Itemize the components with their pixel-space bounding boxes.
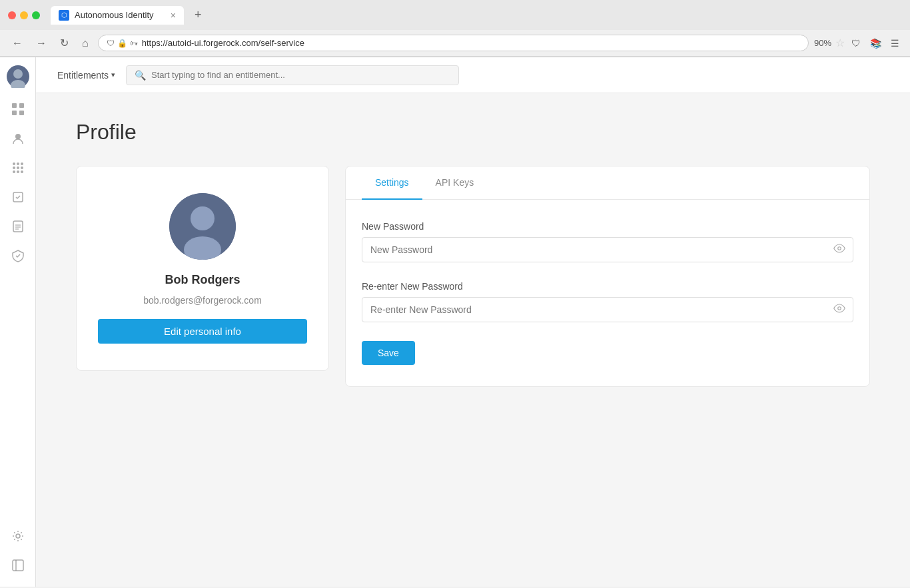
minimize-button[interactable] <box>20 11 28 19</box>
profile-layout: Bob Rodgers bob.rodgers@forgerock.com Ed… <box>76 166 870 387</box>
svg-point-14 <box>17 170 19 173</box>
svg-point-8 <box>17 162 19 165</box>
svg-point-21 <box>16 534 20 538</box>
tab-close-button[interactable]: × <box>171 10 176 21</box>
new-password-toggle-icon[interactable] <box>833 242 845 257</box>
sidebar-item-tasks[interactable] <box>5 184 31 210</box>
svg-point-13 <box>13 170 15 173</box>
svg-point-10 <box>13 166 15 169</box>
close-button[interactable] <box>8 11 16 19</box>
svg-rect-17 <box>13 221 23 232</box>
tab-content-settings: New Password <box>346 200 869 386</box>
shield-icon: 🛡 <box>107 39 115 48</box>
new-password-input[interactable] <box>362 237 853 262</box>
svg-rect-2 <box>12 103 17 108</box>
url-text: https://autoid-ui.forgerock.com/self-ser… <box>142 38 800 48</box>
sidebar-item-users[interactable] <box>5 125 31 152</box>
browser-tab[interactable]: Autonomous Identity × <box>51 6 184 25</box>
sidebar-item-dashboard[interactable] <box>5 96 31 123</box>
new-password-group: New Password <box>362 221 853 262</box>
save-button[interactable]: Save <box>362 341 415 365</box>
settings-icon <box>11 529 25 543</box>
tab-favicon <box>59 10 69 21</box>
collapse-icon <box>11 559 25 572</box>
svg-point-0 <box>13 69 23 79</box>
profile-card: Bob Rodgers bob.rodgers@forgerock.com Ed… <box>76 166 329 371</box>
bookmark-button[interactable]: ☆ <box>835 37 845 49</box>
avatar-image <box>169 193 236 260</box>
main-content: Entitlements ▾ 🔍 Profile <box>36 57 910 587</box>
edit-personal-info-button[interactable]: Edit personal info <box>98 319 307 344</box>
dropdown-arrow-icon: ▾ <box>111 71 115 79</box>
entitlements-label: Entitlements <box>57 70 109 81</box>
maximize-button[interactable] <box>32 11 40 19</box>
confirm-password-label: Re-enter New Password <box>362 281 853 292</box>
svg-point-25 <box>191 206 215 230</box>
users-icon <box>11 132 25 145</box>
svg-rect-22 <box>13 560 23 571</box>
refresh-button[interactable]: ↻ <box>56 34 73 52</box>
audit-icon <box>11 249 25 262</box>
svg-point-6 <box>15 134 21 139</box>
dashboard-icon <box>11 103 25 116</box>
page-content: Profile Bob Rodgers bob.rodgers@forgeroc… <box>36 93 910 587</box>
svg-point-12 <box>21 166 23 169</box>
nav-right-controls: 90% ☆ 🛡 📚 ☰ <box>814 35 902 51</box>
address-bar[interactable]: 🛡 🔒 🗝 https://autoid-ui.forgerock.com/se… <box>98 35 809 51</box>
avatar-svg <box>7 65 29 88</box>
page-title: Profile <box>76 120 870 145</box>
tabs-header: Settings API Keys <box>346 166 869 200</box>
sidebar-item-collapse[interactable] <box>5 552 31 579</box>
search-input[interactable] <box>151 70 450 80</box>
sidebar-item-reports[interactable] <box>5 213 31 240</box>
window-controls <box>8 11 40 19</box>
svg-rect-3 <box>19 103 24 108</box>
user-email: bob.rodgers@forgerock.com <box>143 295 262 306</box>
tab-api-keys[interactable]: API Keys <box>422 166 488 200</box>
tab-settings[interactable]: Settings <box>362 166 422 200</box>
profile-avatar <box>169 193 236 260</box>
forward-button[interactable]: → <box>32 35 51 52</box>
new-password-wrapper <box>362 237 853 262</box>
zoom-level[interactable]: 90% <box>814 38 831 48</box>
new-password-label: New Password <box>362 221 853 232</box>
svg-point-11 <box>17 166 19 169</box>
new-tab-button[interactable]: + <box>189 5 207 25</box>
svg-point-15 <box>21 170 23 173</box>
svg-point-28 <box>838 307 841 310</box>
browser-navbar: ← → ↻ ⌂ 🛡 🔒 🗝 https://autoid-ui.forgeroc… <box>0 30 910 57</box>
user-avatar[interactable] <box>7 65 29 88</box>
sidebar-item-settings[interactable] <box>5 523 31 549</box>
svg-point-27 <box>838 247 841 250</box>
key-icon: 🗝 <box>130 39 138 48</box>
svg-rect-4 <box>12 111 17 115</box>
settings-panel: Settings API Keys New Password <box>345 166 870 387</box>
apps-icon <box>11 161 25 174</box>
svg-point-7 <box>13 162 15 165</box>
confirm-password-input[interactable] <box>362 297 853 322</box>
entitlements-dropdown[interactable]: Entitlements ▾ <box>52 66 121 85</box>
search-icon: 🔍 <box>135 70 146 81</box>
app-sidebar <box>0 57 36 587</box>
svg-rect-5 <box>19 111 24 115</box>
sidebar-item-apps[interactable] <box>5 154 31 181</box>
sidebar-item-audit[interactable] <box>5 242 31 269</box>
tab-title: Autonomous Identity <box>75 10 154 20</box>
lock-icon: 🔒 <box>117 39 127 48</box>
back-button[interactable]: ← <box>8 35 27 52</box>
svg-point-1 <box>11 80 25 88</box>
library-button[interactable]: 📚 <box>867 35 884 51</box>
shield-nav-button[interactable]: 🛡 <box>849 35 863 51</box>
home-button[interactable]: ⌂ <box>78 35 93 52</box>
tasks-icon <box>11 190 25 204</box>
reports-icon <box>11 220 25 233</box>
confirm-password-toggle-icon[interactable] <box>833 302 845 317</box>
menu-button[interactable]: ☰ <box>888 35 902 51</box>
address-security-icons: 🛡 🔒 🗝 <box>107 39 138 48</box>
confirm-password-wrapper <box>362 297 853 322</box>
app-topnav: Entitlements ▾ 🔍 <box>36 57 910 93</box>
search-bar[interactable]: 🔍 <box>126 65 459 85</box>
svg-point-9 <box>21 162 23 165</box>
confirm-password-group: Re-enter New Password <box>362 281 853 322</box>
user-name: Bob Rodgers <box>165 273 240 287</box>
